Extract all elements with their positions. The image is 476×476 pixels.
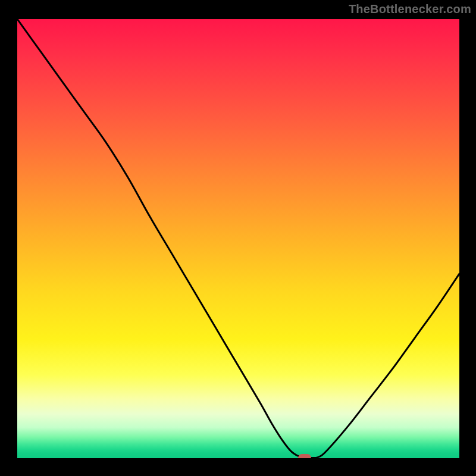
bottleneck-curve <box>17 19 459 458</box>
source-caption: TheBottlenecker.com <box>349 2 471 16</box>
plot-area <box>17 19 459 458</box>
optimum-marker <box>298 454 311 459</box>
curve-svg <box>17 19 459 458</box>
chart-frame: TheBottlenecker.com <box>0 0 476 476</box>
